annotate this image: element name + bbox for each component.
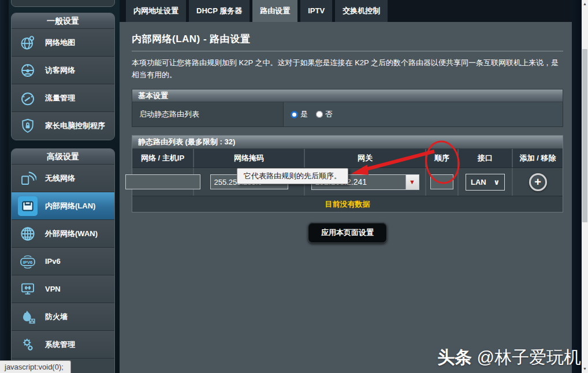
watermark-bold: 头条 — [437, 348, 472, 367]
wan-icon — [18, 224, 38, 244]
table-header-row: 网络 / 主机IP 网络掩码 网关 顺序 接口 添加 / 移除 — [132, 149, 563, 167]
col-add-remove: 添加 / 移除 — [513, 149, 563, 167]
interface-select-value: LAN — [471, 178, 486, 186]
col-netmask: 网络掩码 — [194, 149, 305, 167]
ipv6-icon: IPV6 — [18, 252, 38, 271]
radio-no[interactable] — [316, 111, 323, 118]
sidebar-item-label: 网络地图 — [45, 38, 75, 48]
sidebar-item-vpn[interactable]: VPN — [12, 275, 114, 303]
sidebar-item-label: 流量管理 — [45, 93, 75, 103]
sidebar-header-advanced: 高级设置 — [12, 149, 114, 165]
sidebar-item-wan[interactable]: 外部网络(WAN) — [12, 220, 114, 248]
scrollbar-up-arrow-icon[interactable]: ▲ — [582, 0, 588, 8]
sidebar-top-partial-box — [11, 0, 115, 7]
tab-iptv[interactable]: IPTV — [300, 0, 332, 22]
scrollbar-down-arrow-icon[interactable]: ▼ — [582, 365, 588, 373]
system-admin-icon — [18, 335, 38, 355]
page-body: 内部网络(LAN) - 路由设置 本项功能可让您将路由规则加到 K2P 之中。这… — [120, 22, 572, 243]
enable-static-route-row: 启动静态路由列表 是 否 — [132, 102, 563, 127]
lan-icon — [18, 196, 38, 216]
col-interface: 接口 — [459, 149, 513, 167]
gateway-dropdown-button[interactable]: ▼ — [405, 175, 419, 189]
sidebar-item-network-map[interactable]: 网络地图 — [12, 29, 114, 57]
tab-route-settings[interactable]: 路由设置 — [252, 0, 297, 22]
sidebar-item-system-admin[interactable]: 系统管理 — [12, 331, 114, 359]
enable-static-route-options: 是 否 — [284, 102, 563, 126]
sidebar-item-parental-control[interactable]: 家长电脑控制程序 — [12, 112, 114, 140]
order-tooltip: 它代表路由规则的先后顺序。 — [237, 168, 348, 184]
tab-bar: 内网地址设置 DHCP 服务器 路由设置 IPTV 交换机控制 — [120, 0, 572, 22]
sidebar-item-lan[interactable]: 内部网络(LAN) — [12, 192, 114, 220]
sidebar-item-firewall[interactable]: 防火墙 — [12, 303, 114, 331]
empty-table-message: 目前没有数据 — [132, 196, 563, 212]
network-map-icon — [18, 33, 38, 53]
guest-network-icon — [18, 61, 38, 80]
apply-button[interactable]: 应用本页面设置 — [308, 222, 387, 243]
sidebar-header-general: 一般设置 — [12, 13, 114, 29]
basic-settings-section: 基本设置 启动静态路由列表 是 否 — [132, 89, 563, 127]
col-order: 顺序 — [426, 149, 459, 167]
radio-no-label: 否 — [325, 109, 333, 120]
basic-settings-header: 基本设置 — [132, 89, 563, 102]
sidebar: 一般设置 网络地图 访客网络 流量管理 家长电脑控制程序 高级设置 — [9, 0, 120, 373]
sidebar-item-traffic-manager[interactable]: 流量管理 — [12, 84, 114, 112]
title-divider — [132, 51, 563, 51]
browser-scrollbar[interactable]: ▲ ▼ — [582, 0, 588, 373]
network-host-ip-input[interactable] — [125, 174, 200, 189]
sidebar-item-ipv6[interactable]: IPV6 IPv6 — [12, 248, 114, 275]
sidebar-group-general: 一般设置 网络地图 访客网络 流量管理 家长电脑控制程序 — [11, 13, 115, 140]
wireless-icon — [18, 169, 38, 188]
sidebar-item-wireless[interactable]: 无线网络 — [12, 165, 114, 192]
sidebar-item-label: IPv6 — [45, 257, 61, 266]
tab-dhcp-server[interactable]: DHCP 服务器 — [189, 0, 250, 22]
sidebar-group-advanced: 高级设置 无线网络 内部网络(LAN) 外部网络(WAN) IPV6 IPv6 — [11, 148, 115, 373]
page-right-edge — [572, 0, 582, 373]
col-gateway: 网关 — [305, 149, 426, 167]
vpn-icon — [18, 279, 38, 299]
sidebar-item-label: 防火墙 — [45, 312, 68, 322]
enable-static-route-label: 启动静态路由列表 — [132, 102, 284, 126]
page-description: 本项功能可让您将路由规则加到 K2P 之中。这对于如果您是连接在 K2P 之后的… — [132, 57, 563, 81]
svg-text:IPV6: IPV6 — [23, 260, 33, 265]
page-title: 内部网络(LAN) - 路由设置 — [132, 32, 563, 46]
dropdown-arrow-icon: ▼ — [409, 178, 415, 185]
watermark-rest: @林子爱玩机 — [472, 348, 581, 367]
sidebar-item-guest-network[interactable]: 访客网络 — [12, 57, 114, 84]
page-left-edge — [0, 0, 9, 373]
plus-icon: + — [534, 176, 541, 188]
order-input[interactable] — [430, 174, 453, 189]
tab-lan-ip[interactable]: 内网地址设置 — [126, 0, 186, 22]
radio-yes-label: 是 — [300, 109, 308, 120]
sidebar-item-label: 无线网络 — [45, 173, 75, 184]
sidebar-item-label: VPN — [45, 285, 61, 293]
browser-status-bar: javascript:void(0); — [0, 360, 71, 373]
interface-select[interactable]: LAN ∨ — [466, 174, 505, 191]
sidebar-item-label: 家长电脑控制程序 — [45, 121, 105, 131]
col-network-host-ip: 网络 / 主机IP — [132, 149, 194, 167]
apply-button-area: 应用本页面设置 — [132, 222, 563, 243]
scrollbar-thumb[interactable] — [582, 49, 587, 222]
parental-control-icon — [18, 116, 38, 136]
add-route-button[interactable]: + — [529, 173, 547, 191]
sidebar-item-label: 系统管理 — [45, 340, 75, 350]
sidebar-item-label: 外部网络(WAN) — [45, 229, 98, 239]
chevron-down-icon: ∨ — [493, 178, 500, 186]
radio-yes[interactable] — [291, 111, 298, 118]
tab-switch-control[interactable]: 交换机控制 — [335, 0, 388, 22]
traffic-manager-icon — [18, 88, 38, 108]
main-content: 内网地址设置 DHCP 服务器 路由设置 IPTV 交换机控制 内部网络(LAN… — [120, 0, 572, 373]
sidebar-item-label: 内部网络(LAN) — [45, 201, 95, 211]
firewall-icon — [18, 307, 38, 327]
static-route-table-header: 静态路由列表 (最多限制 : 32) — [132, 136, 563, 149]
sidebar-item-label: 访客网络 — [45, 65, 75, 76]
watermark: 头条 @林子爱玩机 — [437, 346, 581, 370]
